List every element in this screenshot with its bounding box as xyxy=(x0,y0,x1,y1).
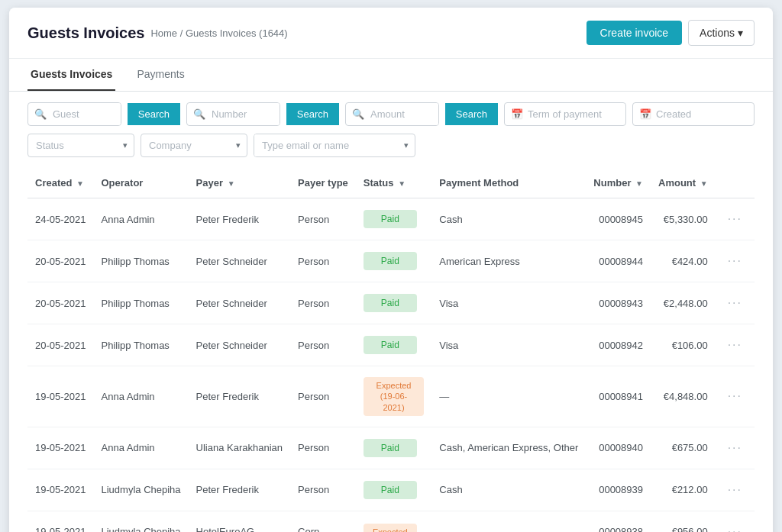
table-row: 19-05-2021 Liudmyla Chepiha HotelEuroAG … xyxy=(27,511,755,532)
table-container: Created ▼ Operator Payer ▼ Payer type St xyxy=(9,165,773,532)
more-options-button[interactable]: ··· xyxy=(723,480,747,500)
cell-more: ··· xyxy=(716,427,755,469)
more-options-button[interactable]: ··· xyxy=(723,251,747,271)
chevron-down-icon-status: ▾ xyxy=(117,140,134,150)
breadcrumb-current: Guests Invoices (1644) xyxy=(186,27,288,39)
created-input[interactable] xyxy=(656,103,748,125)
cell-status: Paid xyxy=(356,198,431,240)
more-options-button[interactable]: ··· xyxy=(723,335,747,355)
number-filter-group: 🔍 xyxy=(186,102,280,126)
actions-button[interactable]: Actions ▾ xyxy=(688,20,755,46)
cell-payer-type: Person xyxy=(290,198,356,240)
cell-more: ··· xyxy=(716,511,755,532)
col-payer-type: Payer type xyxy=(290,168,356,198)
more-options-button[interactable]: ··· xyxy=(723,209,747,229)
cell-created: 19-05-2021 xyxy=(27,366,94,427)
tabs: Guests Invoices Payments xyxy=(9,59,773,92)
cell-operator: Anna Admin xyxy=(94,366,189,427)
cell-status: Paid xyxy=(356,282,431,324)
guest-search-button[interactable]: Search xyxy=(128,103,180,125)
cell-more: ··· xyxy=(716,366,755,427)
cell-payer-type: Person xyxy=(290,324,356,366)
calendar-icon-created: 📅 xyxy=(639,108,651,120)
cell-payer: HotelEuroAG xyxy=(189,511,290,532)
create-invoice-button[interactable]: Create invoice xyxy=(586,21,683,45)
chevron-down-icon: ▾ xyxy=(738,27,743,39)
cell-payment-method: Visa xyxy=(431,282,586,324)
number-input[interactable] xyxy=(212,103,280,125)
status-badge: Paid xyxy=(364,336,417,354)
col-payer[interactable]: Payer ▼ xyxy=(189,168,290,198)
cell-payment-method xyxy=(431,511,586,532)
cell-payer: Peter Frederik xyxy=(189,366,290,427)
status-badge: Paid xyxy=(364,294,417,312)
cell-amount: €5,330.00 xyxy=(651,198,716,240)
cell-payer: Peter Schneider xyxy=(189,282,290,324)
status-select[interactable]: Status xyxy=(28,134,117,156)
cell-number: 00008944 xyxy=(586,240,651,282)
table-header-row: Created ▼ Operator Payer ▼ Payer type St xyxy=(27,168,755,198)
breadcrumb: Home / Guests Invoices (1644) xyxy=(150,27,287,39)
guest-filter-group: 🔍 xyxy=(27,102,121,126)
calendar-icon-term: 📅 xyxy=(511,108,523,120)
guest-input[interactable] xyxy=(53,103,121,125)
cell-number: 00008943 xyxy=(586,282,651,324)
cell-created: 19-05-2021 xyxy=(27,469,94,511)
company-filter-group: Company ▾ xyxy=(141,134,247,157)
cell-amount: €675.00 xyxy=(651,427,716,469)
status-badge: Expected xyxy=(364,524,417,532)
more-options-button[interactable]: ··· xyxy=(723,293,747,313)
cell-amount: €2,448.00 xyxy=(651,282,716,324)
more-options-button[interactable]: ··· xyxy=(723,386,747,406)
table-row: 20-05-2021 Philipp Thomas Peter Schneide… xyxy=(27,324,755,366)
email-input[interactable] xyxy=(254,134,398,156)
status-badge: Paid xyxy=(364,252,417,270)
status-badge: Expected (19-06-2021) xyxy=(364,377,424,416)
cell-amount: €956.00 xyxy=(651,511,716,532)
table-row: 19-05-2021 Liudmyla Chepiha Peter Freder… xyxy=(27,469,755,511)
col-created[interactable]: Created ▼ xyxy=(27,168,94,198)
cell-number: 00008945 xyxy=(586,198,651,240)
cell-created: 19-05-2021 xyxy=(27,427,94,469)
cell-payment-method: Cash xyxy=(431,469,586,511)
cell-payer-type: Person xyxy=(290,469,356,511)
cell-number: 00008940 xyxy=(586,427,651,469)
cell-status: Expected xyxy=(356,511,431,532)
cell-payment-method: American Express xyxy=(431,240,586,282)
company-select[interactable]: Company xyxy=(141,134,230,156)
col-number[interactable]: Number ▼ xyxy=(586,168,651,198)
term-of-payment-input[interactable] xyxy=(528,103,619,125)
cell-payer: Peter Schneider xyxy=(189,324,290,366)
cell-operator: Liudmyla Chepiha xyxy=(94,511,189,532)
tab-guests-invoices[interactable]: Guests Invoices xyxy=(27,59,115,91)
status-badge: Paid xyxy=(364,210,417,228)
filters: 🔍 Search 🔍 Search 🔍 Search 📅 xyxy=(9,92,773,157)
header: Guests Invoices Home / Guests Invoices (… xyxy=(9,8,773,59)
cell-payer-type: Person xyxy=(290,366,356,427)
sort-icon-number: ▼ xyxy=(635,179,643,188)
amount-search-button[interactable]: Search xyxy=(445,103,498,125)
cell-more: ··· xyxy=(716,282,755,324)
cell-operator: Anna Admin xyxy=(94,198,189,240)
tab-payments[interactable]: Payments xyxy=(134,59,187,91)
cell-more: ··· xyxy=(716,469,755,511)
search-icon-amount: 🔍 xyxy=(346,108,370,120)
breadcrumb-home[interactable]: Home xyxy=(150,27,177,39)
col-amount[interactable]: Amount ▼ xyxy=(651,168,716,198)
col-status[interactable]: Status ▼ xyxy=(356,168,431,198)
sort-icon-payer: ▼ xyxy=(228,179,235,188)
cell-payer: Uliana Karakhanian xyxy=(189,427,290,469)
table-row: 20-05-2021 Philipp Thomas Peter Schneide… xyxy=(27,282,755,324)
more-options-button[interactable]: ··· xyxy=(723,438,747,458)
search-icon-number: 🔍 xyxy=(187,108,212,120)
cell-created: 20-05-2021 xyxy=(27,240,94,282)
cell-number: 00008939 xyxy=(586,469,651,511)
filter-row-1: 🔍 Search 🔍 Search 🔍 Search 📅 xyxy=(27,102,755,126)
cell-amount: €424.00 xyxy=(651,240,716,282)
more-options-button[interactable]: ··· xyxy=(723,522,747,532)
invoices-table: Created ▼ Operator Payer ▼ Payer type St xyxy=(27,168,755,532)
cell-number: 00008942 xyxy=(586,324,651,366)
amount-input[interactable] xyxy=(370,103,439,125)
number-search-button[interactable]: Search xyxy=(286,103,339,125)
cell-operator: Philipp Thomas xyxy=(94,240,189,282)
